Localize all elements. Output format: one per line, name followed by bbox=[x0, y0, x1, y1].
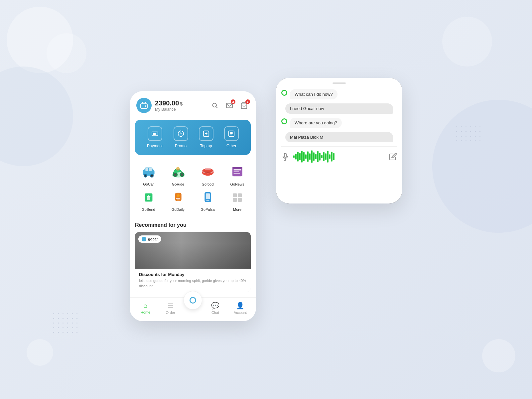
chat-overlay: What can I do now? I need Gocar now Wher… bbox=[276, 78, 402, 203]
nav-account[interactable]: 👤 Account bbox=[228, 302, 253, 315]
svg-point-44 bbox=[177, 194, 180, 197]
gofood-icon bbox=[200, 164, 216, 180]
balance-info: 2390.00 $ My Balance bbox=[155, 99, 209, 112]
chat-bubble-1: What can I do now? bbox=[290, 89, 337, 99]
card-title: Discounts for Monday bbox=[139, 272, 247, 277]
svg-rect-5 bbox=[152, 132, 158, 136]
service-godaily[interactable]: GoDaily bbox=[165, 189, 192, 211]
svg-point-7 bbox=[154, 133, 156, 135]
banner-promo[interactable]: Promo bbox=[174, 126, 188, 148]
svg-rect-51 bbox=[238, 194, 241, 197]
svg-point-1 bbox=[145, 105, 146, 107]
nav-chat-label: Chat bbox=[211, 311, 219, 315]
banner-payment[interactable]: Payment bbox=[147, 126, 163, 148]
svg-rect-42 bbox=[147, 196, 150, 200]
svg-point-54 bbox=[142, 237, 146, 241]
nav-chat[interactable]: 💬 Chat bbox=[203, 302, 228, 315]
chat-bubble-2: I need Gocar now bbox=[285, 103, 393, 114]
balance-label: My Balance bbox=[155, 107, 209, 112]
nav-account-label: Account bbox=[234, 311, 247, 315]
balance-value: 2390.00 bbox=[155, 99, 179, 107]
cart-badge: 3 bbox=[245, 99, 250, 104]
banner-other[interactable]: Other bbox=[224, 126, 239, 148]
phones-container: 2390.00 $ My Balance 2 bbox=[130, 78, 402, 321]
bot-avatar-2 bbox=[281, 118, 287, 124]
chat-text-2: I need Gocar now bbox=[290, 106, 324, 111]
topup-icon bbox=[199, 126, 213, 141]
more-icon bbox=[229, 189, 246, 205]
center-dot bbox=[190, 297, 196, 304]
recommend-title: Recommend for you bbox=[135, 222, 251, 228]
gosend-label: GoSend bbox=[142, 207, 155, 211]
gocar-label: GoCar bbox=[143, 182, 154, 186]
svg-rect-52 bbox=[233, 198, 236, 202]
chat-message-2-row: I need Gocar now bbox=[281, 103, 397, 114]
svg-point-29 bbox=[174, 174, 176, 176]
chat-bubble-4: Mal Plaza Blok M bbox=[285, 132, 393, 142]
gopulsa-icon bbox=[200, 189, 216, 205]
svg-rect-19 bbox=[145, 168, 148, 171]
mic-button[interactable] bbox=[281, 153, 289, 161]
chat-text-3: Where are you going? bbox=[295, 120, 337, 125]
nav-home-label: Home bbox=[141, 310, 150, 314]
badge-label: gocar bbox=[148, 237, 158, 241]
home-icon: ⌂ bbox=[143, 302, 147, 309]
phone-left-header: 2390.00 $ My Balance 2 bbox=[130, 91, 256, 116]
nav-home[interactable]: ⌂ Home bbox=[133, 302, 158, 314]
svg-rect-94 bbox=[284, 153, 286, 157]
service-goride[interactable]: GoRide bbox=[165, 164, 192, 186]
nav-order[interactable]: ☰ Order bbox=[158, 302, 183, 315]
cart-button[interactable]: 3 bbox=[239, 100, 249, 111]
drag-handle bbox=[332, 82, 346, 84]
gosend-icon bbox=[140, 189, 157, 205]
chat-message-4-row: Mal Plaza Blok M bbox=[281, 132, 397, 142]
service-more[interactable]: More bbox=[224, 189, 251, 211]
phone-left: 2390.00 $ My Balance 2 bbox=[130, 91, 256, 321]
goride-label: GoRide bbox=[172, 182, 184, 186]
compose-button[interactable] bbox=[389, 153, 397, 161]
svg-rect-3 bbox=[226, 103, 232, 108]
recommend-image: gocar bbox=[135, 232, 251, 269]
chat-text-4: Mal Plaza Blok M bbox=[290, 135, 323, 140]
mail-badge: 2 bbox=[231, 99, 235, 104]
mail-button[interactable]: 2 bbox=[224, 100, 235, 111]
balance-amount: 2390.00 $ bbox=[155, 99, 209, 107]
svg-rect-31 bbox=[177, 169, 179, 171]
search-button[interactable] bbox=[209, 100, 220, 111]
svg-rect-46 bbox=[177, 200, 180, 200]
banner-topup-label: Top up bbox=[200, 144, 212, 148]
banner-payment-label: Payment bbox=[147, 144, 163, 148]
svg-point-24 bbox=[151, 175, 153, 177]
godaily-icon bbox=[170, 189, 187, 205]
bottom-nav: ⌂ Home ☰ Order 💬 Chat 👤 Account bbox=[130, 297, 256, 321]
service-gonews[interactable]: GoNews bbox=[224, 164, 251, 186]
order-icon: ☰ bbox=[168, 302, 174, 310]
bot-avatar-1 bbox=[281, 90, 287, 96]
chat-input-bar bbox=[281, 146, 397, 163]
service-gofood[interactable]: Gofood bbox=[194, 164, 221, 186]
service-gopulsa[interactable]: GoPulsa bbox=[194, 189, 221, 211]
gocar-icon bbox=[140, 164, 157, 180]
banner-promo-label: Promo bbox=[175, 144, 187, 148]
service-gocar[interactable]: GoCar bbox=[135, 164, 162, 186]
svg-rect-53 bbox=[238, 198, 241, 202]
promo-icon bbox=[174, 126, 188, 141]
banner-topup[interactable]: Top up bbox=[199, 126, 213, 148]
account-icon: 👤 bbox=[236, 302, 244, 310]
service-gosend[interactable]: GoSend bbox=[135, 189, 162, 211]
svg-point-23 bbox=[144, 175, 146, 177]
chat-message-1: What can I do now? bbox=[281, 89, 397, 99]
chat-bubble-3: Where are you going? bbox=[290, 118, 342, 128]
svg-point-2 bbox=[212, 103, 216, 107]
svg-rect-20 bbox=[149, 168, 152, 171]
center-action-button[interactable] bbox=[184, 291, 202, 310]
godaily-label: GoDaily bbox=[172, 207, 185, 211]
svg-rect-38 bbox=[233, 171, 239, 172]
goride-icon bbox=[170, 164, 187, 180]
card-desc: let's use goride for your morning spirit… bbox=[139, 278, 247, 289]
gofood-label: Gofood bbox=[201, 182, 213, 186]
recommend-card[interactable]: gocar Discounts for Monday let's use gor… bbox=[135, 232, 251, 292]
balance-currency: $ bbox=[180, 101, 183, 106]
chat-icon: 💬 bbox=[211, 302, 219, 310]
services-grid-row1: GoCar GoRide bbox=[130, 158, 256, 188]
